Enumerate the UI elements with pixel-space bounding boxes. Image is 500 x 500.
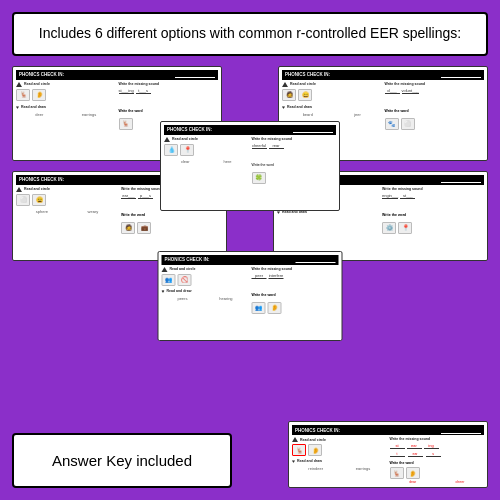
write-word-title-2: Write the word [385,98,485,116]
img-ear2: 👂 [308,444,322,456]
card-1-header: PHONICS CHECK IN: [16,70,218,80]
mini-images: 🦌 👂 [16,89,116,101]
card-6-body: Read and circle 👥 🚫 ♥ Read and draw peer… [162,267,339,331]
sound-1: st___ing [119,88,134,94]
answer-row-6: peers hearing [162,296,249,301]
ak-img-1: 🦌 [390,467,404,479]
ak-answer-row: reindeer earrings [292,466,387,471]
card-1-left: Read and circle 🦌 👂 ♥ Read and draw deer… [16,82,116,151]
ak-sound-5: ear [408,452,423,457]
mini-images-6: 👥 🚫 [162,274,249,286]
answer-row-2: beard jeer [282,112,382,117]
mini-images-3: 💧 📍 [164,144,249,156]
mini-images-4: ⚪ 😩 [16,194,118,206]
sound-5: cheerful [252,143,267,149]
write-word-title: Write the word [119,98,219,116]
write-imgs-2: 🐾 ⚪ [385,118,485,130]
word-7: sphere [36,209,48,214]
write-imgs-5: ⚙️ 📍 [382,222,484,234]
card-5-right: Write the missing sound engin___ st___ W… [382,187,484,251]
ak-sound-1: st [390,443,405,449]
img-clear: 💧 [164,144,178,156]
triangle-icon [16,82,22,87]
card-3-left: Read and circle 💧 📍 clear here [164,137,249,201]
title-box: Includes 6 different options with common… [12,12,488,56]
heart-icon-2: ♥ [282,104,285,110]
main-container: Includes 6 different options with common… [0,0,500,500]
word-5: clear [181,159,190,164]
ak-read-circle: Read and circle [292,437,387,442]
img-here2: 📍 [398,222,412,234]
img-beard: 🧔 [282,89,296,101]
answer-row-3: clear here [164,159,249,164]
name-underline-3 [293,126,333,133]
name-underline-6 [296,256,336,263]
card-6-right: Write the missing sound peer interfere W… [252,267,339,331]
sound-4: volunt___ [402,88,419,94]
write-sound-title-6: Write the missing sound [252,267,339,271]
word-6: here [224,159,232,164]
sound-6: rear [269,143,284,149]
img-sphere: ⚪ [401,118,415,130]
worksheet-card-3: PHONICS CHECK IN: Read and circle 💧 📍 cl… [160,121,340,211]
triangle-icon-4 [16,187,22,192]
img-deer: 🦌 [16,89,30,101]
word-11: peers [177,296,187,301]
ak-more-blanks: t ear s [390,452,485,457]
img-meerkat: 🐾 [385,118,399,130]
img-reindeer: 🦌 [119,118,133,130]
write-word-area-3: Write the word [252,152,337,170]
worksheet-card-6: PHONICS CHECK IN: Read and circle 👥 🚫 ♥ [158,251,343,341]
read-circle-title-3: Read and circle [164,137,249,142]
write-sound-title-2: Write the missing sound [385,82,485,86]
ak-write-sound: Write the missing sound [390,437,485,441]
write-sound-title-5: Write the missing sound [382,187,484,191]
ak-sound-4: t [390,452,405,457]
ak-img-2: 👂 [406,467,420,479]
sound-9: engin___ [382,193,398,199]
word-blanks-5: engin___ st___ [382,193,484,199]
answer-key-text: Answer Key included [52,452,192,469]
write-imgs-6: 👥 👂 [252,302,339,314]
answer-row: deer earrings [16,112,116,117]
read-circle-title-2: Read and circle [282,82,382,87]
write-imgs-4: 🧔 💼 [121,222,223,234]
ak-left: Read and circle 🦌 👂 ♥ Read and draw rein… [292,437,387,484]
ak-word-2: earrings [356,466,370,471]
card-6-header: PHONICS CHECK IN: [162,255,339,265]
ak-write-word: Write the word [390,460,485,465]
read-draw-title: ♥ Read and draw [16,104,116,110]
triangle-icon-3 [164,137,170,142]
ak-write-word-1: dear [409,480,416,484]
read-circle-title: Read and circle [16,82,116,87]
word-2: earrings [82,112,96,117]
name-line [175,71,215,78]
card-2-header: PHONICS CHECK IN: [282,70,484,80]
img-ear: 👂 [32,89,46,101]
ak-write-words-row: dear cheer [390,480,485,484]
img-sphere2: ⚪ [16,194,30,206]
card-2-right: Write the missing sound cl___ volunt___ … [385,82,485,151]
img-gears: ⚙️ [382,222,396,234]
img-weary: 😩 [32,194,46,206]
card-6-left: Read and circle 👥 🚫 ♥ Read and draw peer… [162,267,249,331]
heart-icon: ♥ [16,104,19,110]
word-3: beard [303,112,313,117]
write-sound-title: Write the missing sound [119,82,219,86]
write-sound-title-3: Write the missing sound [252,137,337,141]
triangle-icon-2 [282,82,288,87]
name-underline [441,71,481,78]
word-blanks: st___ing t___s [119,88,219,94]
triangle-icon-6 [162,267,168,272]
img-interfere: 🚫 [178,274,192,286]
write-imgs-3: 🍀 [252,172,337,184]
card-3-header: PHONICS CHECK IN: [164,125,336,135]
ak-right: Write the missing sound st ear ing t ear… [390,437,485,484]
heart-icon-6: ♥ [162,288,165,294]
answer-row-4: sphere weary [16,209,118,214]
ak-write-word-2: cheer [456,480,465,484]
ak-write-imgs: 🦌 👂 [390,467,485,479]
name-underline [175,71,215,78]
ak-sound-2: ear [407,443,422,449]
sound-8: p___s [138,193,153,199]
